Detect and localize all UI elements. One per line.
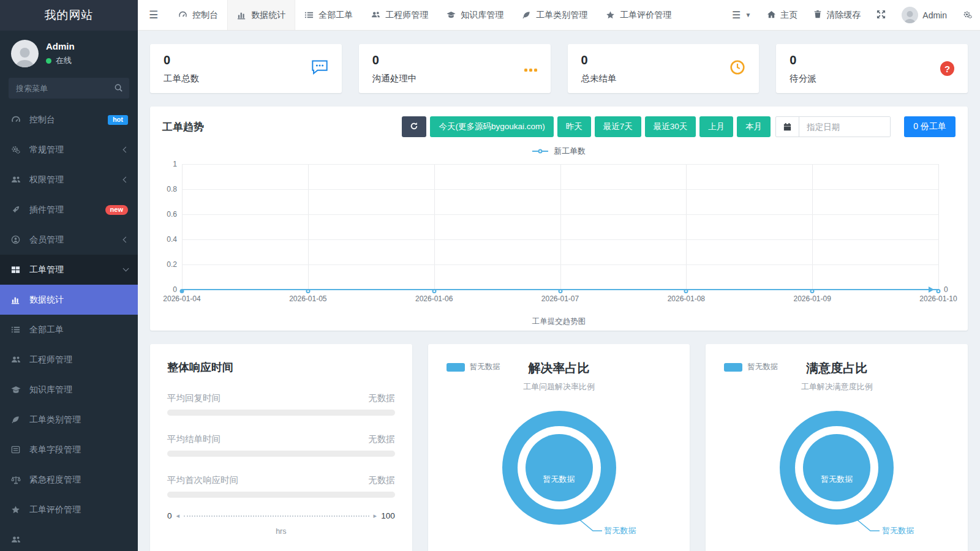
data-point-marker[interactable] — [810, 289, 815, 293]
sidebar-subitem-categories[interactable]: 工单类别管理 — [0, 405, 138, 435]
sidebar-subitem-knowledge[interactable]: 知识库管理 — [0, 375, 138, 405]
gridline — [182, 239, 938, 240]
user-status: 在线 — [56, 55, 72, 66]
range-30days-button[interactable]: 最近30天 — [645, 116, 696, 137]
chevron-left-icon — [123, 177, 129, 183]
hamburger-icon[interactable]: ☰ — [138, 0, 169, 30]
data-point-marker[interactable] — [684, 289, 688, 293]
stat-card-unresolved[interactable]: 0 总未结单 — [568, 44, 760, 93]
trash-icon — [813, 10, 822, 20]
slider-right-arrow-icon[interactable]: ▸ — [374, 512, 377, 519]
leaf-icon — [522, 10, 531, 20]
gridline — [938, 164, 939, 290]
sidebar-subitem-reviews[interactable]: 工单评价管理 — [0, 495, 138, 525]
sidebar-subitem-statistics[interactable]: 数据统计 — [0, 285, 138, 315]
gear-icon — [963, 10, 972, 21]
order-count-button[interactable]: 0 份工单 — [904, 116, 956, 137]
fullscreen-button[interactable] — [869, 0, 894, 30]
data-point-marker[interactable] — [306, 289, 310, 293]
clear-cache-button[interactable]: 清除缓存 — [805, 0, 869, 30]
gridline — [182, 189, 938, 190]
range-thismonth-button[interactable]: 本月 — [737, 116, 771, 137]
clock-icon — [729, 59, 745, 78]
calendar-icon[interactable] — [776, 117, 799, 137]
date-input[interactable] — [799, 117, 890, 137]
sidebar-subitem-urgency[interactable]: 紧急程度管理 — [0, 465, 138, 495]
sidebar: 我的网站 Admin 在线 控制台 hot 常规管理 权限管理 — [0, 0, 138, 551]
home-link[interactable]: 主页 — [759, 0, 805, 30]
list-icon — [10, 325, 21, 334]
date-picker — [775, 116, 891, 137]
refresh-button[interactable] — [402, 116, 426, 137]
brand-title[interactable]: 我的网站 — [0, 0, 138, 31]
sidebar-item-members[interactable]: 会员管理 — [0, 225, 138, 255]
panel-subtitle: 工单问题解决率比例 — [445, 381, 673, 392]
donut-chart[interactable]: 暂无数据 暂无数据 — [780, 411, 894, 525]
tachometer-icon — [10, 115, 21, 125]
sidebar-search — [9, 78, 129, 99]
progress-bar — [167, 410, 395, 416]
range-yesterday-button[interactable]: 昨天 — [557, 116, 591, 137]
ellipsis-icon — [522, 63, 537, 74]
sidebar-item-workorders[interactable]: 工单管理 — [0, 255, 138, 285]
callout-line — [502, 411, 616, 539]
tab-knowledge[interactable]: 知识库管理 — [437, 0, 513, 30]
tab-statistics[interactable]: 数据统计 — [227, 0, 295, 30]
caret-down-icon: ▼ — [745, 12, 751, 18]
tab-reviews[interactable]: 工单评价管理 — [597, 0, 680, 30]
gridline — [560, 164, 561, 290]
tab-all-orders[interactable]: 全部工单 — [295, 0, 362, 30]
donut-legend[interactable]: 暂无数据 — [447, 362, 500, 372]
balance-scale-icon — [10, 475, 21, 485]
users-icon — [371, 10, 380, 20]
sidebar-subitem-engineers[interactable]: 工程师管理 — [0, 345, 138, 375]
stat-value: 0 — [790, 53, 816, 67]
sidebar-item-console[interactable]: 控制台 hot — [0, 105, 138, 135]
range-slider[interactable]: 0 ◂ ▸ 100 — [167, 511, 395, 520]
gridline — [182, 214, 938, 215]
stat-card-total[interactable]: 0 工单总数 — [150, 44, 342, 93]
stat-value: 0 — [372, 53, 417, 67]
table-icon — [10, 265, 21, 274]
progress-bar — [167, 492, 395, 498]
search-input[interactable] — [9, 78, 129, 99]
stat-card-processing[interactable]: 0 沟通处理中 — [359, 44, 551, 93]
callout-label: 暂无数据 — [882, 525, 914, 536]
slider-track[interactable] — [184, 515, 369, 517]
sidebar-subitem-all-orders[interactable]: 全部工单 — [0, 315, 138, 345]
range-lastmonth-button[interactable]: 上月 — [699, 116, 733, 137]
stat-label: 待分派 — [790, 73, 816, 84]
settings-button[interactable] — [955, 0, 980, 30]
sidebar-item-general[interactable]: 常规管理 — [0, 135, 138, 165]
data-point-marker[interactable] — [937, 289, 941, 293]
stat-value: 0 — [581, 53, 617, 67]
avatar — [11, 40, 39, 67]
sidebar-item-plugins[interactable]: 插件管理 new — [0, 195, 138, 225]
tab-console[interactable]: 控制台 — [169, 0, 227, 30]
user-menu[interactable]: Admin — [894, 0, 955, 30]
stat-card-pending[interactable]: 0 待分派 ? — [776, 44, 968, 93]
stat-value: 0 — [164, 53, 199, 67]
tab-engineers[interactable]: 工程师管理 — [362, 0, 437, 30]
donut-legend[interactable]: 暂无数据 — [724, 362, 778, 372]
range-today-button[interactable]: 今天(更多源码bygoukai.com) — [430, 116, 553, 137]
sidebar-subitem-partial[interactable] — [0, 525, 138, 551]
menu-dropdown[interactable]: ☰ ▼ — [724, 0, 759, 30]
callout-label: 暂无数据 — [605, 525, 636, 536]
user-name: Admin — [46, 41, 75, 51]
stat-label: 沟通处理中 — [372, 73, 417, 84]
sidebar-item-permissions[interactable]: 权限管理 — [0, 165, 138, 195]
sidebar-subitem-form-fields[interactable]: 表单字段管理 — [0, 435, 138, 465]
tab-categories[interactable]: 工单类别管理 — [513, 0, 597, 30]
comment-icon — [311, 59, 328, 78]
data-point-marker[interactable] — [432, 289, 436, 293]
slider-left-arrow-icon[interactable]: ◂ — [176, 512, 180, 519]
search-icon[interactable] — [114, 83, 123, 95]
data-point-marker[interactable] — [558, 289, 562, 293]
donut-chart[interactable]: 暂无数据 暂无数据 — [502, 411, 616, 525]
resolution-rate-panel: 暂无数据 解决率占比 工单问题解决率比例 暂无数据 暂无数据 — [428, 344, 690, 551]
range-7days-button[interactable]: 最近7天 — [595, 116, 641, 137]
data-point-marker[interactable] — [180, 289, 184, 293]
avatar — [902, 7, 918, 23]
chart-legend[interactable]: 新工单数 — [162, 146, 956, 157]
